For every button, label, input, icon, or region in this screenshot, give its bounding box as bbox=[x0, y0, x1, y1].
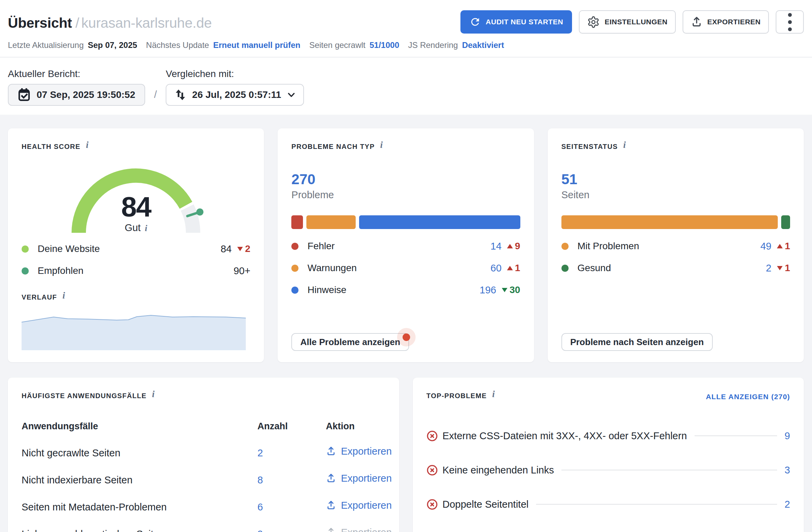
export-link[interactable]: Exportieren bbox=[326, 446, 392, 457]
gear-icon bbox=[587, 16, 600, 28]
bar-segment-gesund bbox=[781, 215, 790, 229]
issues-total[interactable]: 270 bbox=[291, 171, 520, 187]
export-button[interactable]: EXPORTIEREN bbox=[683, 10, 769, 34]
page-header: Übersicht/kurasan-karlsruhe.de AUDIT NEU… bbox=[0, 0, 812, 115]
legend-dot bbox=[291, 243, 299, 250]
show-all-link[interactable]: ALLE ANZEIGEN (270) bbox=[706, 393, 790, 401]
triangle-up-icon bbox=[507, 244, 513, 249]
top-issues-title: TOP-PROBLEME bbox=[427, 392, 487, 400]
recommended-dot bbox=[22, 267, 29, 275]
use-cases-header-row: Anwendungsfälle Anzahl Aktion bbox=[22, 421, 385, 432]
pages-total[interactable]: 51 bbox=[561, 171, 790, 187]
history-title: VERLAUF bbox=[22, 293, 57, 301]
export-link[interactable]: Exportieren bbox=[326, 500, 392, 511]
top-issue-row: Keine eingehenden Links3 bbox=[427, 453, 790, 487]
legend-row-mit-problemen: Mit Problemen491 bbox=[561, 235, 790, 257]
use-case-count-link[interactable]: 9 bbox=[257, 529, 263, 532]
export-link[interactable]: Exportieren bbox=[326, 473, 392, 484]
upload-icon bbox=[326, 527, 336, 532]
error-circle-x-icon bbox=[427, 499, 438, 510]
info-icon[interactable]: i bbox=[380, 141, 383, 148]
upload-icon bbox=[326, 473, 336, 483]
use-case-count-link[interactable]: 2 bbox=[257, 447, 263, 458]
issues-by-pages-button[interactable]: Probleme nach Seiten anzeigen bbox=[561, 333, 713, 351]
bar-segment-hinweise bbox=[359, 215, 520, 229]
top-issue-label[interactable]: Externe CSS-Dateien mit 3XX-, 4XX- oder … bbox=[443, 430, 687, 442]
legend-dot bbox=[561, 243, 569, 250]
top-issue-count[interactable]: 3 bbox=[785, 465, 790, 476]
use-cases-card: HÄUFIGSTE ANWENDUNGSFÄLLE i Anwendungsfä… bbox=[8, 378, 399, 532]
column-header: Anzahl bbox=[257, 421, 326, 432]
page-status-card: SEITENSTATUS i 51 Seiten Mit Problemen49… bbox=[548, 128, 804, 362]
use-case-label: Nicht gecrawlte Seiten bbox=[22, 447, 257, 459]
info-icon[interactable]: i bbox=[623, 141, 626, 148]
info-icon[interactable]: i bbox=[86, 141, 89, 148]
bar-segment-fehler bbox=[291, 215, 303, 229]
breadcrumb-section: Übersicht bbox=[8, 15, 72, 31]
calendar-icon bbox=[18, 88, 30, 102]
website-dot bbox=[22, 245, 29, 253]
use-cases-title: HÄUFIGSTE ANWENDUNGSFÄLLE bbox=[22, 392, 147, 400]
status-stacked-bar bbox=[561, 215, 790, 229]
info-icon[interactable]: i bbox=[152, 391, 155, 397]
more-options-button[interactable] bbox=[776, 10, 804, 34]
info-icon[interactable]: i bbox=[145, 223, 147, 233]
page-title: Übersicht/kurasan-karlsruhe.de bbox=[8, 10, 212, 31]
legend-row-hinweise: Hinweise19630 bbox=[291, 279, 520, 301]
audit-meta: Letzte AktualisierungSep 07, 2025 Nächst… bbox=[8, 40, 804, 50]
info-icon[interactable]: i bbox=[63, 292, 65, 299]
use-case-count-link[interactable]: 8 bbox=[257, 474, 263, 485]
column-header: Anwendungsfälle bbox=[22, 421, 257, 432]
use-case-label: Seiten mit Metadaten-Problemen bbox=[22, 502, 257, 513]
bar-segment-warnungen bbox=[306, 215, 356, 229]
top-issue-row: Externe CSS-Dateien mit 3XX-, 4XX- oder … bbox=[427, 419, 790, 453]
health-score-title: HEALTH SCORE bbox=[22, 143, 80, 151]
upload-icon bbox=[326, 500, 336, 510]
settings-button[interactable]: EINSTELLUNGEN bbox=[579, 10, 676, 34]
gauge-label-text: Gut bbox=[125, 222, 141, 233]
use-case-row: Nicht gecrawlte Seiten2Exportieren bbox=[22, 446, 385, 459]
meta-label-1: Nächstes Update bbox=[146, 40, 209, 50]
meta-value-3[interactable]: Deaktiviert bbox=[462, 40, 504, 50]
use-case-row: Nicht indexierbare Seiten8Exportieren bbox=[22, 473, 385, 486]
use-case-label: Links zu problematischen Seiten bbox=[22, 529, 257, 532]
use-case-count-link[interactable]: 6 bbox=[257, 502, 263, 512]
health-legend-row-recommended: Empfohlen 90+ bbox=[22, 260, 250, 282]
compare-report-picker[interactable]: 26 Jul, 2025 0:57:11 bbox=[166, 84, 304, 106]
use-case-row: Seiten mit Metadaten-Problemen6Exportier… bbox=[22, 500, 385, 513]
issues-total-label: Probleme bbox=[291, 189, 520, 201]
breadcrumb-project: kurasan-karlsruhe.de bbox=[81, 15, 212, 31]
top-issue-count[interactable]: 2 bbox=[785, 499, 790, 510]
legend-row-fehler: Fehler149 bbox=[291, 235, 520, 257]
meta-value-1[interactable]: Erneut manuell prüfen bbox=[213, 40, 301, 50]
legend-dot bbox=[291, 265, 299, 272]
top-issue-label[interactable]: Doppelte Seitentitel bbox=[443, 499, 529, 510]
use-case-row: Links zu problematischen Seiten9Exportie… bbox=[22, 527, 385, 532]
meta-value-2[interactable]: 51/1000 bbox=[370, 40, 399, 50]
breadcrumb-separator: / bbox=[75, 15, 79, 31]
top-issue-label[interactable]: Keine eingehenden Links bbox=[443, 465, 554, 476]
export-link[interactable]: Exportieren bbox=[326, 527, 392, 532]
top-issue-row: Doppelte Seitentitel2 bbox=[427, 487, 790, 521]
report-separator: / bbox=[154, 89, 157, 100]
leader-line bbox=[695, 435, 777, 436]
health-score-gauge: 84 Guti bbox=[62, 152, 210, 238]
legend-dot bbox=[561, 265, 569, 272]
swap-vertical-icon bbox=[174, 88, 187, 101]
show-all-issues-button[interactable]: Alle Probleme anzeigen bbox=[291, 333, 409, 351]
error-circle-x-icon bbox=[427, 465, 438, 476]
restart-audit-button[interactable]: AUDIT NEU STARTEN bbox=[460, 10, 572, 34]
notification-dot bbox=[397, 328, 416, 346]
triangle-down-icon bbox=[502, 288, 508, 292]
dashboard-content: HEALTH SCORE i 84 Guti Deine Website 84 … bbox=[0, 115, 812, 532]
export-label: EXPORTIEREN bbox=[707, 18, 761, 26]
current-report-value: 07 Sep, 2025 19:50:52 bbox=[37, 89, 135, 100]
error-circle-x-icon bbox=[427, 430, 438, 442]
bar-segment-mit-problemen bbox=[561, 215, 778, 229]
history-area-chart bbox=[22, 315, 246, 350]
compare-report-label: Vergleichen mit: bbox=[166, 68, 304, 79]
info-icon[interactable]: i bbox=[492, 391, 495, 397]
meta-label-3: JS Rendering bbox=[408, 40, 458, 50]
current-report-picker[interactable]: 07 Sep, 2025 19:50:52 bbox=[8, 84, 145, 106]
top-issue-count[interactable]: 9 bbox=[785, 430, 790, 442]
